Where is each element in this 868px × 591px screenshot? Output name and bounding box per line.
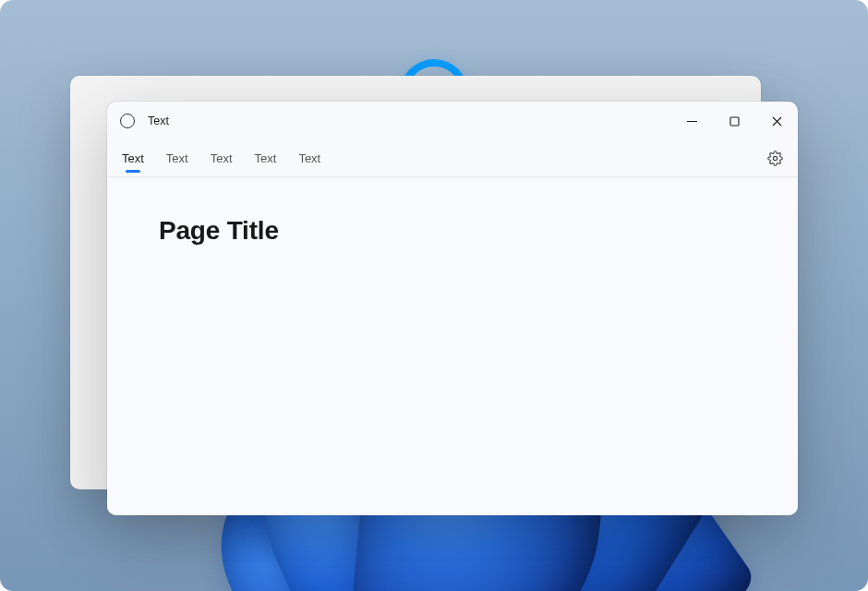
close-button[interactable] <box>755 102 798 140</box>
tab-5[interactable]: Text <box>298 140 320 176</box>
svg-rect-1 <box>730 117 739 126</box>
svg-point-4 <box>773 156 777 160</box>
minimize-button[interactable] <box>670 102 713 140</box>
page-content: Page Title <box>107 177 798 515</box>
page-title: Page Title <box>159 216 746 246</box>
gear-icon <box>767 151 783 166</box>
maximize-icon <box>729 116 740 127</box>
tab-3[interactable]: Text <box>211 140 233 176</box>
window-controls <box>670 102 798 140</box>
close-icon <box>772 116 782 127</box>
window-titlebar[interactable]: Text <box>107 102 798 140</box>
tab-1[interactable]: Text <box>122 140 144 176</box>
app-title: Text <box>148 115 670 127</box>
foreground-window: Text Text Text Text Text Text <box>107 102 798 515</box>
desktop-wallpaper: Text Text Text Text Text Text <box>0 0 868 591</box>
tab-2[interactable]: Text <box>166 140 188 176</box>
app-icon <box>120 114 135 128</box>
tab-bar: Text Text Text Text Text <box>107 140 798 177</box>
minimize-icon <box>687 116 697 127</box>
tab-4[interactable]: Text <box>255 140 277 176</box>
settings-button[interactable] <box>767 151 783 166</box>
maximize-button[interactable] <box>713 102 755 140</box>
